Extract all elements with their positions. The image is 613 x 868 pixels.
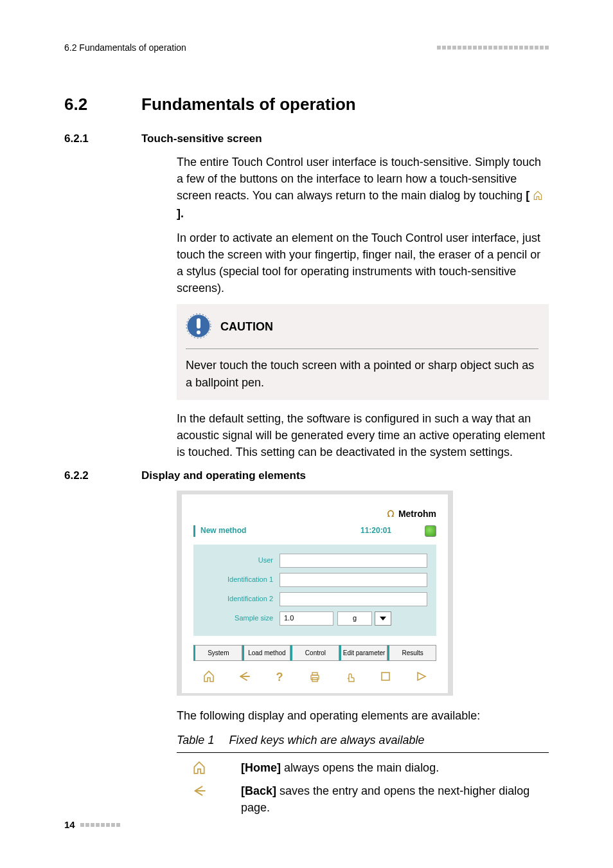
id1-input[interactable]: [280, 573, 427, 587]
home-icon: [177, 759, 222, 776]
sub1-paragraph-2: In order to activate an element on the T…: [177, 230, 549, 296]
svg-point-9: [197, 330, 200, 334]
fixed-key-manual-icon[interactable]: [342, 669, 358, 684]
caution-icon: [186, 313, 211, 343]
brand-row: Metrohm: [190, 507, 440, 520]
sample-size-label: Sample size: [202, 613, 280, 624]
user-label: User: [202, 556, 280, 566]
id2-input[interactable]: [280, 592, 427, 606]
screen-title: New method: [200, 525, 246, 536]
key-desc: always opens the main dialog.: [281, 761, 439, 774]
subsection-1-heading: 6.2.1 Touch-sensitive screen: [64, 131, 549, 147]
caution-box: CAUTION Never touch the touch screen wit…: [177, 304, 549, 399]
sample-unit-select[interactable]: g: [337, 611, 372, 626]
table-1-caption: Table 1 Fixed keys which are always avai…: [177, 732, 549, 748]
subsection-2-title: Display and operating elements: [141, 468, 306, 484]
fixed-key-back-icon[interactable]: [236, 669, 252, 684]
key-desc: saves the entry and opens the next-highe…: [241, 784, 529, 814]
tab-control[interactable]: Control: [290, 645, 339, 661]
user-input[interactable]: [280, 554, 427, 568]
screen-time: 11:20:01: [360, 525, 391, 536]
caution-label: CAUTION: [220, 313, 273, 335]
header-dots-decoration: [437, 46, 549, 50]
device-screenshot: Metrohm New method 11:20:01 User: [177, 491, 549, 696]
sample-unit-dropdown-icon[interactable]: [375, 611, 391, 626]
header-section-label: 6.2 Fundamentals of operation: [64, 41, 186, 54]
subsection-1-title: Touch-sensitive screen: [141, 131, 262, 147]
fixed-key-start-icon[interactable]: [413, 669, 429, 684]
id2-label: Identification 2: [202, 594, 280, 604]
subsection-2-number: 6.2.2: [64, 468, 116, 484]
id1-label: Identification 1: [202, 575, 280, 585]
subsection-1-number: 6.2.1: [64, 131, 116, 147]
page-footer: 14: [64, 818, 120, 832]
brand-label: Metrohm: [398, 507, 436, 520]
key-name: [Back]: [241, 784, 276, 797]
key-name: [Home]: [241, 761, 281, 774]
fixed-key-help-icon[interactable]: [272, 669, 287, 684]
sub1-paragraph-3: In the default setting, the software is …: [177, 410, 549, 460]
page-header: 6.2 Fundamentals of operation: [64, 41, 549, 54]
page-number: 14: [64, 818, 75, 832]
home-icon: [533, 188, 543, 205]
caution-text: Never touch the touch screen with a poin…: [186, 357, 538, 390]
fixed-key-print-icon[interactable]: [307, 669, 323, 684]
subsection-2-heading: 6.2.2 Display and operating elements: [64, 468, 549, 484]
omega-icon: [386, 509, 396, 519]
section-number: 6.2: [64, 93, 116, 117]
section-title: Fundamentals of operation: [141, 93, 356, 117]
tab-edit-parameter[interactable]: Edit parameter: [339, 645, 388, 661]
svg-rect-8: [197, 318, 200, 329]
fixed-keys-table: [Home] always opens the main dialog. [Ba…: [177, 752, 549, 816]
back-icon: [177, 782, 222, 816]
status-led-icon: [425, 525, 436, 537]
footer-dots-decoration: [80, 823, 120, 827]
fixed-key-home-icon[interactable]: [201, 669, 217, 684]
tab-results[interactable]: Results: [387, 645, 436, 661]
section-heading: 6.2 Fundamentals of operation: [64, 93, 549, 117]
fixed-key-stop-icon[interactable]: [378, 669, 393, 684]
sub2-intro: The following display and operating elem…: [177, 707, 549, 724]
table-row: [Back] saves the entry and opens the nex…: [177, 782, 549, 816]
sample-size-input[interactable]: 1.0: [280, 611, 333, 626]
sub1-paragraph-1: The entire Touch Control user interface …: [177, 154, 549, 222]
table-row: [Home] always opens the main dialog.: [177, 759, 549, 776]
tab-system[interactable]: System: [193, 645, 242, 661]
tab-load-method[interactable]: Load method: [242, 645, 291, 661]
